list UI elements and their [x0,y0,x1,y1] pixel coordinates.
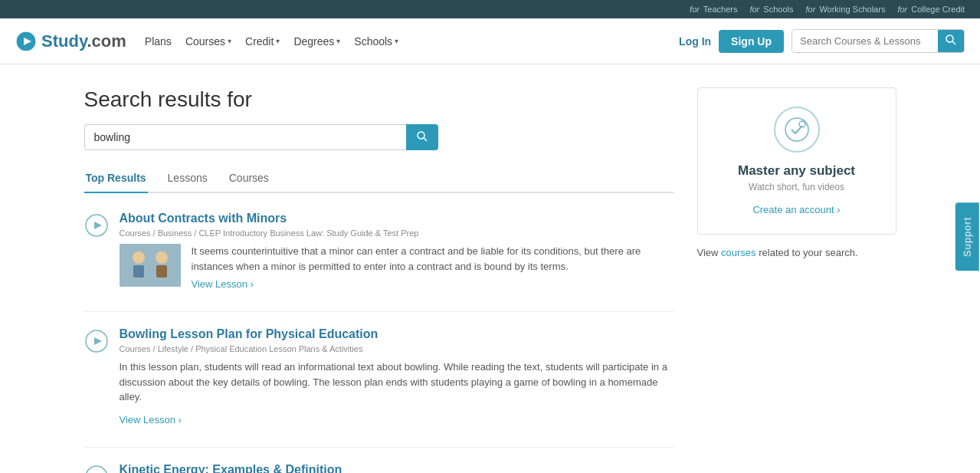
related-courses-link[interactable]: courses [721,247,756,258]
search-button[interactable] [406,124,438,150]
svg-line-5 [424,138,427,141]
svg-rect-10 [133,265,144,278]
svg-line-3 [952,41,955,44]
header: Study.com Plans Courses ▾ Credit ▾ Degre… [0,18,980,64]
create-account-link[interactable]: Create an account [752,204,840,215]
right-sidebar: Master any subject Watch short, fun vide… [697,87,896,473]
search-title: Search results for [84,87,674,112]
svg-point-2 [946,35,953,42]
tab-lessons[interactable]: Lessons [166,166,209,193]
svg-rect-12 [156,265,167,278]
result-item: Bowling Lesson Plan for Physical Educati… [84,327,674,425]
result-content: It seems counterintuitive that a minor c… [120,244,674,290]
nav-credit[interactable]: Credit ▾ [245,35,280,48]
result-play-icon [84,213,109,238]
logo[interactable]: Study.com [15,31,126,52]
result-thumbnail [120,244,181,287]
header-right: Log In Sign Up [679,29,965,53]
search-input[interactable] [84,124,406,150]
divider [84,447,674,448]
view-lesson-link[interactable]: View Lesson [192,278,254,290]
main-nav: Plans Courses ▾ Credit ▾ Degrees ▾ Schoo… [145,35,660,48]
result-body: Kinetic Energy: Examples & Definition Co… [120,463,674,474]
checkmark-icon [774,107,820,153]
svg-point-4 [418,132,424,139]
chevron-down-icon: ▾ [395,37,398,45]
support-tab[interactable]: Support [955,202,979,271]
logo-text: Study.com [41,31,126,51]
thumbnail-image [120,244,181,287]
search-icon [946,34,956,45]
nav-degrees[interactable]: Degrees ▾ [293,35,340,48]
result-body: Bowling Lesson Plan for Physical Educati… [120,327,674,425]
header-search-input[interactable] [792,31,938,51]
play-circle-icon [84,213,109,238]
result-play-icon [84,329,109,353]
svg-point-23 [785,118,808,141]
result-item: About Contracts with Minors Courses / Bu… [84,212,674,290]
view-lesson-link[interactable]: View Lesson [120,414,182,425]
search-input-row [84,124,674,150]
topbar-link-schools[interactable]: for Schools [749,5,793,14]
svg-point-9 [133,251,145,264]
svg-rect-8 [120,244,181,287]
header-search-button[interactable] [938,30,964,52]
nav-courses[interactable]: Courses ▾ [185,35,231,48]
widget-title: Master any subject [713,163,880,179]
result-breadcrumb: Courses / Lifestyle / Physical Education… [120,344,674,353]
top-bar: for Teachers for Schools for Working Sch… [0,0,980,18]
result-play-icon [84,465,109,474]
logo-icon [15,31,37,52]
result-item: Kinetic Energy: Examples & Definition Co… [84,463,674,474]
chevron-down-icon: ▾ [228,37,231,45]
result-title[interactable]: Kinetic Energy: Examples & Definition [120,463,674,474]
result-description-wrap: It seems counterintuitive that a minor c… [192,244,674,290]
tab-top-results[interactable]: Top Results [84,166,148,193]
result-description: It seems counterintuitive that a minor c… [192,244,674,274]
check-circle-icon [784,117,810,143]
svg-marker-7 [94,222,102,229]
topbar-link-working-scholars[interactable]: for Working Scholars [805,5,885,14]
topbar-link-teachers[interactable]: for Teachers [690,5,737,14]
main-content: Search results for Top Results Lessons C… [69,64,912,473]
widget-subtitle: Watch short, fun videos [713,182,880,192]
search-tabs: Top Results Lessons Courses [84,166,674,193]
sidebar-widget: Master any subject Watch short, fun vide… [697,87,896,235]
login-button[interactable]: Log In [679,35,711,48]
result-description: In this lesson plan, students will read … [120,360,674,405]
search-icon [417,131,428,142]
svg-point-15 [86,466,107,474]
sidebar-related: View courses related to your search. [697,247,896,258]
play-circle-icon [84,329,109,353]
svg-point-11 [156,251,168,264]
result-title[interactable]: About Contracts with Minors [120,212,674,225]
result-body: About Contracts with Minors Courses / Bu… [120,212,674,290]
topbar-link-college-credit[interactable]: for College Credit [897,5,965,14]
chevron-down-icon: ▾ [336,37,340,45]
signup-button[interactable]: Sign Up [719,30,784,53]
header-search [792,29,965,53]
play-circle-icon [84,465,109,474]
chevron-down-icon: ▾ [276,37,280,45]
result-title[interactable]: Bowling Lesson Plan for Physical Educati… [120,327,674,341]
tab-courses[interactable]: Courses [228,166,270,193]
nav-plans[interactable]: Plans [145,35,172,48]
results-area: Search results for Top Results Lessons C… [84,87,674,473]
svg-marker-14 [94,337,102,345]
divider [84,311,674,312]
result-breadcrumb: Courses / Business / CLEP Introductory B… [120,228,674,238]
nav-schools[interactable]: Schools ▾ [354,35,398,48]
